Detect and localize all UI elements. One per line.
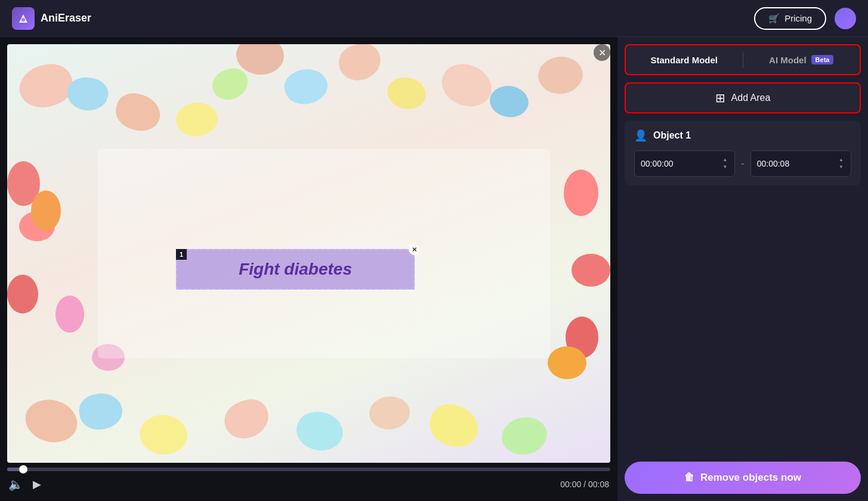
video-background: 1 ✕ Fight diabetes [7,44,610,463]
time-separator: - [741,158,744,169]
beta-badge: Beta [811,55,834,64]
app-header: AniEraser 🛒 Pricing [0,0,868,37]
selection-box[interactable]: 1 ✕ Fight diabetes [176,249,415,290]
model-tabs: Standard Model AI Model Beta [625,44,861,75]
video-container: 1 ✕ Fight diabetes [7,44,610,463]
object-card: 👤 Object 1 00:00:00 ▲ ▼ - 00:00:08 ▲ ▼ [625,121,861,185]
standard-model-tab[interactable]: Standard Model [626,45,743,74]
controls-left: 🔈 ▶ [8,477,41,491]
end-time-value: 00:00:08 [757,159,838,168]
start-time-value: 00:00:00 [641,159,721,168]
remove-objects-button[interactable]: 🗑 Remove objects now [625,462,861,494]
end-time-spinners: ▲ ▼ [838,157,845,170]
video-panel: ✕ [0,37,617,501]
header-right: 🛒 Pricing [754,7,856,30]
object-header: 👤 Object 1 [634,129,851,142]
close-button[interactable]: ✕ [594,44,610,61]
volume-button[interactable]: 🔈 [8,477,23,491]
play-icon: ▶ [33,478,41,491]
remove-objects-label: Remove objects now [700,472,801,484]
volume-icon: 🔈 [8,477,23,491]
app-logo-icon [12,7,35,30]
add-area-label: Add Area [731,93,771,103]
object-icon: 👤 [634,129,647,142]
play-button[interactable]: ▶ [33,478,41,491]
right-panel: Standard Model AI Model Beta ⊞ Add Area … [617,37,868,501]
add-area-icon: ⊞ [715,91,725,105]
pricing-button[interactable]: 🛒 Pricing [754,7,826,30]
cart-icon: 🛒 [768,13,780,24]
remove-icon: 🗑 [684,472,694,484]
app-name: AniEraser [41,12,91,24]
start-time-down[interactable]: ▼ [721,164,728,170]
end-time-input[interactable]: 00:00:08 ▲ ▼ [750,150,851,177]
time-display: 00:00 / 00:08 [560,480,609,489]
end-time-up[interactable]: ▲ [838,157,845,163]
object-title: Object 1 [653,130,691,141]
progress-bar[interactable] [7,468,610,471]
add-area-button[interactable]: ⊞ Add Area [625,82,861,113]
spacer [625,192,861,454]
standard-model-label: Standard Model [650,55,718,65]
start-time-input[interactable]: 00:00:00 ▲ ▼ [634,150,735,177]
start-time-up[interactable]: ▲ [721,157,728,163]
controls-row: 🔈 ▶ 00:00 / 00:08 [7,477,610,491]
user-avatar[interactable] [835,8,856,29]
time-range: 00:00:00 ▲ ▼ - 00:00:08 ▲ ▼ [634,150,851,177]
ai-model-tab[interactable]: AI Model Beta [743,45,860,74]
progress-thumb[interactable] [19,465,27,474]
end-time-down[interactable]: ▼ [838,164,845,170]
pricing-label: Pricing [784,13,812,23]
selection-text: Fight diabetes [239,260,352,279]
svg-point-1 [21,18,25,21]
header-left: AniEraser [12,7,91,30]
start-time-spinners: ▲ ▼ [721,157,728,170]
selection-number: 1 [176,249,187,260]
video-controls: 🔈 ▶ 00:00 / 00:08 [7,463,610,494]
selection-close-button[interactable]: ✕ [409,244,419,255]
ai-model-label: AI Model [769,55,807,65]
main-area: ✕ [0,37,868,501]
